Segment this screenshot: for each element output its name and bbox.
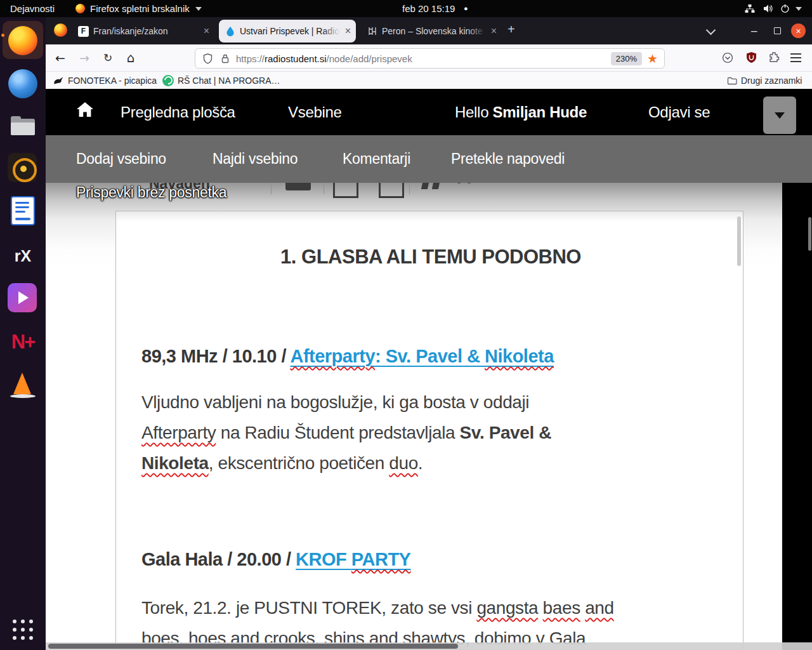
system-top-bar: Dejavnosti Firefox spletni brskalnik feb… — [0, 0, 812, 17]
activities-button[interactable]: Dejavnosti — [10, 0, 55, 17]
bookmark-rs-chat[interactable]: RŠ Chat | NA PROGRA… — [162, 72, 280, 89]
files-icon[interactable] — [8, 111, 38, 142]
music-player-icon[interactable] — [8, 153, 38, 183]
site-admin-header: Pregledna plošča Vsebine Hello Smiljan H… — [46, 89, 812, 135]
close-icon[interactable]: × — [486, 25, 502, 37]
tab-title: Fran/iskanje/zakon — [93, 26, 199, 36]
editor-heading: 1. GLASBA ALI TEMU PODOBNO — [141, 244, 720, 270]
close-icon[interactable]: × — [340, 25, 356, 37]
close-icon[interactable]: × — [199, 25, 214, 37]
horizontal-scrollbar[interactable] — [46, 642, 812, 650]
text-line: Vljudno vabljeni na bogoslužje, ki ga bo… — [141, 387, 720, 418]
app-grid-icon[interactable] — [8, 614, 38, 645]
template-icon[interactable] — [379, 183, 404, 198]
editor-top-shade — [116, 211, 743, 222]
bookmark-label: FONOTEKA - picapica — [68, 76, 157, 86]
other-bookmarks[interactable]: Drugi zaznamki — [727, 72, 802, 89]
chat-icon — [162, 75, 174, 86]
record-dot-icon: ● — [464, 0, 468, 17]
close-window-button[interactable]: × — [791, 23, 806, 38]
drupal-favicon — [225, 26, 235, 37]
reload-button[interactable]: ↻ — [100, 44, 115, 71]
page-background — [782, 184, 812, 645]
back-button[interactable]: ← — [53, 44, 68, 71]
paragraph-2: Torek, 21.2. je PUSTNI TOREK, zato se vs… — [141, 593, 720, 650]
clock[interactable]: feb 20 15:19 — [402, 0, 455, 17]
shortcut-bar: Dodaj vsebino Najdi vsebino Komentarji P… — [46, 135, 812, 183]
editor-scrollbar[interactable] — [737, 216, 741, 266]
app-menu-button[interactable]: Firefox spletni brskalnik — [90, 0, 190, 17]
rx-app-label: rX — [15, 247, 31, 265]
bookmarks-bar: FONOTEKA - picapica RŠ Chat | NA PROGRA…… — [46, 72, 812, 89]
url-bar[interactable]: https://radiostudent.si/node/add/prispev… — [195, 48, 665, 69]
logout-link[interactable]: Odjavi se — [648, 89, 710, 135]
ublock-icon[interactable] — [745, 51, 757, 63]
tab-bar: F Fran/iskanje/zakon × Ustvari Prispevek… — [46, 17, 812, 44]
dock: rX N+ — [0, 17, 46, 650]
tab-list-chevron-icon[interactable] — [707, 27, 714, 34]
url-text[interactable]: https://radiostudent.si/node/add/prispev… — [236, 53, 611, 64]
toolbar-separator — [409, 183, 410, 194]
media-embed-icon[interactable] — [285, 183, 311, 190]
nav-komentarji[interactable]: Komentarji — [343, 135, 410, 183]
document-app-icon[interactable] — [8, 196, 38, 227]
folder-icon — [727, 76, 737, 85]
user-name: Smiljan Hude — [493, 103, 587, 121]
extensions-icon[interactable] — [768, 51, 780, 63]
editor-canvas[interactable]: 1. GLASBA ALI TEMU PODOBNO 89,3 MHz / 10… — [115, 211, 743, 650]
running-indicator — [1, 34, 4, 37]
home-button[interactable]: ⌂ — [123, 44, 138, 71]
browser-toolbar: ← → ↻ ⌂ https://radiostudent.si/node/add… — [46, 44, 812, 72]
tab-ustvari-prispevek[interactable]: Ustvari Prispevek | Radio × — [219, 20, 356, 43]
new-tab-button[interactable]: + — [508, 22, 515, 37]
blockquote-icon[interactable] — [455, 183, 473, 186]
user-greeting: Hello Smiljan Hude — [455, 89, 587, 135]
firefox-icon[interactable] — [8, 25, 38, 56]
editor-content: 1. GLASBA ALI TEMU PODOBNO 89,3 MHz / 10… — [141, 244, 720, 650]
event-heading-2: Gala Hala / 20.00 / KROF PARTY — [141, 547, 720, 571]
firefox-logo-icon — [75, 4, 85, 13]
bookmark-fonoteka[interactable]: FONOTEKA - picapica — [53, 72, 157, 89]
vertical-scrollbar-thumb[interactable] — [808, 217, 811, 251]
peron-favicon — [367, 26, 377, 36]
restore-button[interactable] — [774, 27, 781, 34]
forward-button[interactable]: → — [77, 44, 92, 71]
bookmark-label: RŠ Chat | NA PROGRA… — [178, 76, 280, 86]
minimize-button[interactable]: – — [751, 25, 760, 36]
tab-title: Ustvari Prispevek | Radio — [240, 26, 340, 36]
text-line: Nikoleta, ekscentrično poetičen duo. — [141, 448, 720, 479]
indent-icon[interactable] — [422, 183, 440, 192]
rx-app-icon[interactable]: rX — [8, 241, 38, 271]
video-player-icon[interactable] — [8, 283, 38, 314]
nav-najdi-vsebino[interactable]: Najdi vsebino — [213, 135, 298, 183]
event-heading-1: 89,3 MHz / 10.10 / Afterparty: Sv. Pavel… — [141, 344, 720, 368]
content-region: Navaden Prispevki brez posnetka 1. GLASB… — [46, 183, 812, 650]
menu-button[interactable] — [790, 53, 801, 62]
bird-icon — [53, 76, 64, 86]
nav-vsebine[interactable]: Vsebine — [288, 89, 342, 135]
firefox-view-icon[interactable] — [54, 23, 67, 37]
tab-peron[interactable]: Peron – Slovenska kinote × — [361, 20, 502, 43]
tab-fran[interactable]: F Fran/iskanje/zakon × — [72, 20, 214, 43]
thunderbird-icon[interactable] — [8, 69, 38, 99]
home-icon[interactable] — [75, 100, 95, 119]
lock-icon[interactable] — [221, 53, 230, 64]
nav-pretekle-napovedi[interactable]: Pretekle napovedi — [451, 135, 565, 183]
header-dropdown-button[interactable] — [763, 96, 796, 134]
horizontal-scrollbar-thumb[interactable] — [48, 644, 458, 649]
afterparty-link[interactable]: Afterparty: Sv. Pavel & Nikoleta — [290, 346, 553, 366]
krof-party-link[interactable]: KROF PARTY — [296, 549, 410, 569]
zoom-badge[interactable]: 230% — [611, 52, 642, 65]
table-icon[interactable] — [333, 183, 358, 198]
vlc-icon[interactable] — [8, 370, 38, 401]
notes-app-icon[interactable]: N+ — [8, 327, 38, 357]
nav-pregledna-plosca[interactable]: Pregledna plošča — [121, 89, 235, 135]
bookmark-star-icon[interactable]: ★ — [647, 51, 658, 65]
toolbar-separator — [324, 183, 324, 194]
shield-icon[interactable] — [203, 53, 213, 64]
pocket-icon[interactable] — [722, 52, 733, 63]
nav-dodaj-vsebino[interactable]: Dodaj vsebino — [76, 135, 166, 183]
paragraph-1: Vljudno vabljeni na bogoslužje, ki ga bo… — [141, 387, 720, 479]
fran-favicon: F — [78, 26, 89, 37]
notes-app-label: N+ — [11, 331, 35, 354]
